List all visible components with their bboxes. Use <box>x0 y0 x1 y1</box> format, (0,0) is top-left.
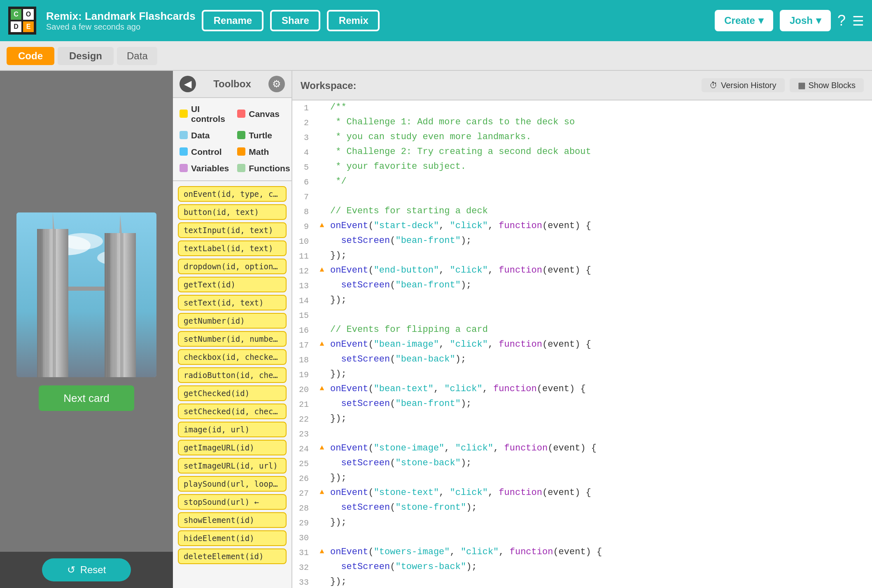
logo-c: C <box>11 9 21 20</box>
toolbox-header: ◀ Toolbox ⚙ <box>173 71 291 98</box>
toolbox-block[interactable]: getNumber(id) <box>178 313 287 329</box>
toolbox-settings-button[interactable]: ⚙ <box>268 76 285 92</box>
cat-ui-controls[interactable]: UI controls <box>176 101 232 126</box>
table-row: 28 setScreen("stone-front"); <box>292 501 872 516</box>
table-row: 33}); <box>292 575 872 588</box>
reset-button[interactable]: ↺ Reset <box>42 558 131 581</box>
toolbox-block[interactable]: getChecked(id) <box>178 385 287 401</box>
line-number: 8 <box>292 204 315 219</box>
workspace-title: Workspace: <box>301 79 357 91</box>
line-warning: ▲ <box>315 441 329 455</box>
table-row: 11}); <box>292 249 872 264</box>
cat-data[interactable]: Data <box>176 128 232 142</box>
cat-turtle-label: Turtle <box>249 130 272 140</box>
version-history-button[interactable]: ⏱ Version History <box>701 78 785 92</box>
toolbox-block[interactable]: showElement(id) <box>178 512 287 528</box>
line-number: 7 <box>292 189 315 204</box>
toolbox-block[interactable]: textLabel(id, text) <box>178 240 287 256</box>
toolbox-block[interactable]: button(id, text) <box>178 204 287 220</box>
cat-turtle-dot <box>237 131 245 139</box>
line-warning: ▲ <box>315 545 329 559</box>
cat-math-dot <box>237 147 245 156</box>
table-row: 12▲onEvent("end-button", "click", functi… <box>292 264 872 278</box>
svg-rect-9 <box>107 233 110 377</box>
toolbox-back-button[interactable]: ◀ <box>180 76 196 92</box>
line-content: * your favorite subject. <box>329 160 872 174</box>
cat-functions[interactable]: Functions <box>234 161 293 175</box>
line-content: setScreen("towers-back"); <box>329 560 872 574</box>
remix-button[interactable]: Remix <box>327 10 380 31</box>
toolbox-blocks: onEvent(id, type, callback)button(id, te… <box>173 183 291 588</box>
toolbox-block[interactable]: image(id, url) <box>178 422 287 437</box>
line-content: setScreen("stone-back"); <box>329 456 872 470</box>
reset-area: ↺ Reset <box>0 552 173 588</box>
category-grid: UI controls Canvas Data Turtle Control M… <box>173 98 291 179</box>
cat-canvas[interactable]: Canvas <box>234 101 293 126</box>
cat-math[interactable]: Math <box>234 144 293 159</box>
table-row: 1/** <box>292 100 872 115</box>
line-warning: ▲ <box>315 382 329 396</box>
next-card-button[interactable]: Next card <box>39 385 134 411</box>
toolbox-block[interactable]: getText(id) <box>178 277 287 292</box>
table-row: 8// Events for starting a deck <box>292 204 872 219</box>
line-number: 18 <box>292 352 315 367</box>
table-row: 4 * Challenge 2: Try creating a second d… <box>292 145 872 160</box>
cat-control[interactable]: Control <box>176 144 232 159</box>
table-row: 19}); <box>292 367 872 382</box>
toolbox-block[interactable]: getImageURL(id) <box>178 440 287 455</box>
toolbox-block[interactable]: radioButton(id, checked) → <box>178 367 287 383</box>
table-row: 17▲onEvent("bean-image", "click", functi… <box>292 338 872 352</box>
line-content: }); <box>329 412 872 426</box>
code-area[interactable]: 1/**2 * Challenge 1: Add more cards to t… <box>292 100 872 588</box>
line-content: onEvent("bean-text", "click", function(e… <box>329 382 872 396</box>
preview-image <box>16 212 156 377</box>
table-row: 22}); <box>292 412 872 427</box>
line-warning: ▲ <box>315 338 329 352</box>
svg-rect-10 <box>114 233 117 377</box>
user-button[interactable]: Josh ▾ <box>780 10 831 31</box>
toolbox-block[interactable]: dropdown(id, option1, etc) <box>178 259 287 274</box>
share-button[interactable]: Share <box>270 10 321 31</box>
toolbox-block[interactable]: stopSound(url) ← <box>178 494 287 510</box>
nav-right: Create ▾ Josh ▾ ? ☰ <box>714 10 864 31</box>
rename-button[interactable]: Rename <box>202 10 263 31</box>
toolbox-block[interactable]: playSound(url, loop) ← <box>178 476 287 492</box>
table-row: 26}); <box>292 471 872 486</box>
table-row: 15 <box>292 308 872 323</box>
warning-icon: ▲ <box>320 219 324 233</box>
line-content: setScreen("bean-back"); <box>329 352 872 366</box>
toolbox-block[interactable]: checkbox(id, checked) <box>178 349 287 365</box>
line-number: 17 <box>292 338 315 352</box>
line-content: onEvent("bean-image", "click", function(… <box>329 338 872 352</box>
design-tab[interactable]: Design <box>58 47 114 65</box>
toolbox-block[interactable]: textInput(id, text) <box>178 222 287 238</box>
help-button[interactable]: ? <box>837 12 846 29</box>
line-content: onEvent("start-deck", "click", function(… <box>329 219 872 233</box>
svg-rect-7 <box>46 229 49 377</box>
code-tab[interactable]: Code <box>7 47 54 65</box>
create-button[interactable]: Create ▾ <box>714 10 773 31</box>
toolbox-block[interactable]: deleteElement(id) <box>178 548 287 564</box>
table-row: 21 setScreen("bean-front"); <box>292 397 872 412</box>
toolbox-block[interactable]: hideElement(id) <box>178 530 287 546</box>
toolbox-block[interactable]: setImageURL(id, url) <box>178 458 287 474</box>
line-content: */ <box>329 175 872 189</box>
data-tab[interactable]: Data <box>117 47 158 65</box>
line-warning: ▲ <box>315 486 329 500</box>
toolbox-block[interactable]: setText(id, text) <box>178 295 287 310</box>
cat-variables[interactable]: Variables <box>176 161 232 175</box>
cat-turtle[interactable]: Turtle <box>234 128 293 142</box>
line-warning: ▲ <box>315 219 329 233</box>
logo-d: D <box>11 21 21 32</box>
project-subtitle: Saved a few seconds ago <box>46 22 196 31</box>
line-number: 12 <box>292 264 315 278</box>
reset-icon: ↺ <box>67 564 75 576</box>
toolbox-block[interactable]: onEvent(id, type, callback) <box>178 186 287 202</box>
table-row: 20▲onEvent("bean-text", "click", functio… <box>292 382 872 397</box>
toolbox-block[interactable]: setNumber(id, number) <box>178 331 287 347</box>
menu-button[interactable]: ☰ <box>852 13 864 28</box>
line-content: onEvent("towers-image", "click", functio… <box>329 545 872 559</box>
line-content: onEvent("end-button", "click", function(… <box>329 264 872 278</box>
show-blocks-button[interactable]: ▦ Show Blocks <box>790 78 864 92</box>
toolbox-block[interactable]: setChecked(id, checked) <box>178 404 287 419</box>
